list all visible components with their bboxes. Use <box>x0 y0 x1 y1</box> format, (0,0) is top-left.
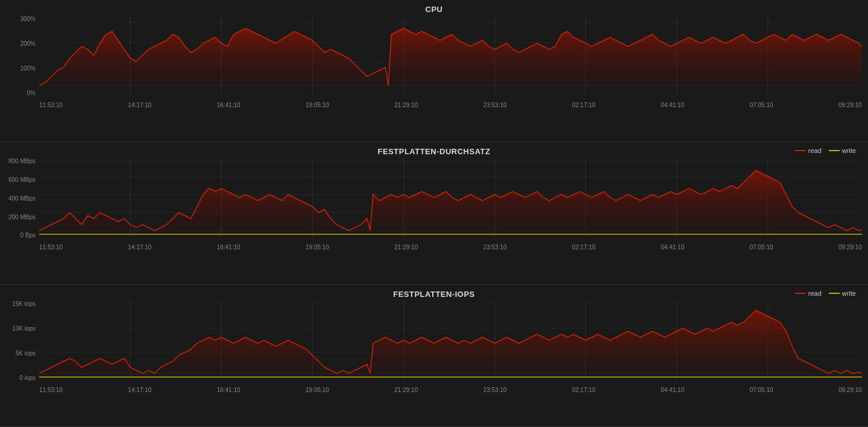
cpu-svg <box>39 16 862 101</box>
cpu-x-label-4: 21:29:10 <box>394 102 418 108</box>
durchsatz-legend: read write <box>795 147 856 154</box>
cpu-chart-inner: 11:53:10 14:17:10 16:41:10 19:05:10 21:2… <box>39 16 862 108</box>
iops-write-label: write <box>842 290 856 297</box>
read-label: read <box>808 147 822 154</box>
durchsatz-x-axis: 11:53:10 14:17:10 16:41:10 19:05:10 21:2… <box>39 243 862 251</box>
iops-x-axis: 11:53:10 14:17:10 16:41:10 19:05:10 21:2… <box>39 385 862 393</box>
iops-y-label-1: 10K iops <box>12 326 36 332</box>
durchsatz-svg <box>39 158 862 243</box>
iops-legend-write: write <box>829 290 856 297</box>
write-color <box>829 150 840 151</box>
iops-x-label-3: 19:05:10 <box>306 387 329 393</box>
cpu-x-label-6: 02:17:10 <box>572 102 596 108</box>
durchsatz-x-label-8: 07:05:10 <box>750 244 773 251</box>
cpu-y-label-0: 300% <box>20 16 36 22</box>
iops-svg <box>39 301 862 385</box>
cpu-title: CPU <box>0 5 868 14</box>
durchsatz-legend-read: read <box>795 147 822 154</box>
durchsatz-x-label-0: 11:53:10 <box>39 244 63 251</box>
durchsatz-x-label-1: 14:17:10 <box>128 244 151 251</box>
durchsatz-y-axis: 800 MBps 600 MBps 400 MBps 200 MBps 0 Bp… <box>0 158 39 238</box>
iops-write-color <box>829 293 840 294</box>
cpu-x-label-9: 09:29:10 <box>838 102 862 108</box>
iops-panel: FESTPLATTEN-IOPS read write 15K iops 10K… <box>0 285 868 427</box>
iops-y-axis: 15K iops 10K iops 5K iops 0 iops <box>0 301 39 381</box>
iops-legend-read: read <box>795 290 822 297</box>
durchsatz-x-label-7: 04:41:10 <box>661 244 684 251</box>
iops-x-label-9: 09:29:10 <box>838 387 862 393</box>
durchsatz-x-label-9: 09:29:10 <box>838 244 862 251</box>
cpu-x-label-7: 04:41:10 <box>661 102 684 108</box>
cpu-x-label-3: 19:05:10 <box>306 102 329 108</box>
durchsatz-x-label-4: 21:29:10 <box>394 244 418 251</box>
iops-y-label-0: 15K iops <box>12 301 36 307</box>
cpu-y-label-3: 0% <box>27 90 36 96</box>
durchsatz-y-label-2: 400 MBps <box>8 196 36 202</box>
durchsatz-x-label-6: 02:17:10 <box>572 244 596 251</box>
iops-x-label-7: 04:41:10 <box>661 387 684 393</box>
durchsatz-y-label-0: 800 MBps <box>8 158 36 164</box>
iops-y-label-2: 5K iops <box>16 351 36 357</box>
cpu-y-label-1: 200% <box>20 41 36 47</box>
cpu-x-label-5: 23:53:10 <box>483 102 507 108</box>
iops-x-label-1: 14:17:10 <box>128 387 151 393</box>
iops-legend: read write <box>795 290 856 297</box>
durchsatz-title: FESTPLATTEN-DURCHSATZ <box>0 147 868 156</box>
durchsatz-chart-inner: 11:53:10 14:17:10 16:41:10 19:05:10 21:2… <box>39 158 862 251</box>
iops-x-label-2: 16:41:10 <box>217 387 241 393</box>
durchsatz-chart-area: 800 MBps 600 MBps 400 MBps 200 MBps 0 Bp… <box>0 158 868 251</box>
write-label: write <box>842 147 856 154</box>
cpu-x-axis: 11:53:10 14:17:10 16:41:10 19:05:10 21:2… <box>39 101 862 108</box>
iops-y-label-3: 0 iops <box>19 375 36 381</box>
durchsatz-y-label-3: 200 MBps <box>8 214 36 220</box>
durchsatz-panel: FESTPLATTEN-DURCHSATZ read write 800 MBp… <box>0 142 868 284</box>
durchsatz-x-label-5: 23:53:10 <box>483 244 507 251</box>
cpu-x-label-2: 16:41:10 <box>217 102 241 108</box>
cpu-y-label-2: 100% <box>20 66 36 72</box>
iops-x-label-4: 21:29:10 <box>394 387 418 393</box>
cpu-x-label-0: 11:53:10 <box>39 102 63 108</box>
iops-read-label: read <box>808 290 822 297</box>
cpu-y-axis: 300% 200% 100% 0% <box>0 16 39 96</box>
durchsatz-y-label-1: 600 MBps <box>8 177 36 183</box>
iops-x-label-5: 23:53:10 <box>483 387 507 393</box>
iops-chart-inner: 11:53:10 14:17:10 16:41:10 19:05:10 21:2… <box>39 301 862 393</box>
charts-container: CPU 300% 200% 100% 0% <box>0 0 868 427</box>
durchsatz-x-label-3: 19:05:10 <box>306 244 329 251</box>
iops-x-label-6: 02:17:10 <box>572 387 596 393</box>
iops-chart-area: 15K iops 10K iops 5K iops 0 iops <box>0 301 868 393</box>
durchsatz-legend-write: write <box>829 147 856 154</box>
cpu-x-label-1: 14:17:10 <box>128 102 151 108</box>
cpu-panel: CPU 300% 200% 100% 0% <box>0 0 868 142</box>
cpu-chart-area: 300% 200% 100% 0% <box>0 16 868 108</box>
durchsatz-x-label-2: 16:41:10 <box>217 244 241 251</box>
durchsatz-y-label-4: 0 Bps <box>20 232 36 238</box>
iops-read-color <box>795 293 806 294</box>
cpu-x-label-8: 07:05:10 <box>750 102 773 108</box>
iops-x-label-0: 11:53:10 <box>39 387 63 393</box>
read-color <box>795 150 806 151</box>
iops-title: FESTPLATTEN-IOPS <box>0 290 868 299</box>
iops-x-label-8: 07:05:10 <box>750 387 773 393</box>
